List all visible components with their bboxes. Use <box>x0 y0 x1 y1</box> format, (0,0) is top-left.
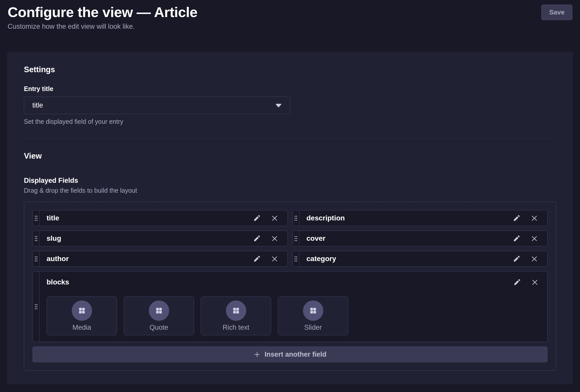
edit-field-button[interactable] <box>253 214 261 222</box>
remove-field-button[interactable] <box>531 235 538 242</box>
pencil-icon <box>513 255 520 263</box>
remove-field-button[interactable] <box>271 215 278 222</box>
remove-field-button[interactable] <box>531 255 538 263</box>
dynamic-zone-label: blocks <box>47 278 69 286</box>
component-circle <box>72 300 92 321</box>
entry-title-hint: Set the displayed field of your entry <box>24 118 556 125</box>
close-icon <box>271 215 278 222</box>
field-row-cover: cover <box>293 231 548 246</box>
drag-handle[interactable] <box>293 251 299 266</box>
component-card-quote[interactable]: Quote <box>124 296 194 335</box>
fields-dropzone: title description slug <box>24 202 556 371</box>
component-card-rich-text[interactable]: Rich text <box>201 296 271 335</box>
displayed-fields-hint: Drag & drop the fields to build the layo… <box>24 187 556 194</box>
drag-handle[interactable] <box>293 231 299 246</box>
close-icon <box>531 215 538 222</box>
remove-field-button[interactable] <box>531 279 539 286</box>
drag-handle[interactable] <box>33 231 39 246</box>
config-panel: Settings Entry title title Set the displ… <box>7 52 573 384</box>
page-subtitle: Customize how the edit view will look li… <box>8 23 572 31</box>
entry-title-select[interactable]: title <box>24 97 290 114</box>
insert-another-field-button[interactable]: Insert another field <box>33 346 547 362</box>
grid-icon <box>78 307 86 314</box>
drag-handle[interactable] <box>33 251 39 266</box>
drag-handle[interactable] <box>33 272 39 342</box>
grid-icon <box>309 307 317 314</box>
pencil-icon <box>253 235 261 243</box>
field-row-slug: slug <box>33 231 288 246</box>
pencil-icon <box>513 214 520 222</box>
pencil-icon <box>253 255 261 263</box>
pencil-icon <box>513 235 520 243</box>
field-row-label: description <box>299 214 513 222</box>
drag-handle[interactable] <box>293 210 299 226</box>
edit-field-button[interactable] <box>253 235 261 243</box>
view-heading: View <box>24 152 556 161</box>
remove-field-button[interactable] <box>531 215 538 222</box>
close-icon <box>531 279 539 286</box>
section-divider <box>24 138 556 138</box>
page-title: Configure the view — Article <box>8 4 572 21</box>
grid-icon <box>232 307 240 314</box>
remove-field-button[interactable] <box>271 235 278 242</box>
edit-field-button[interactable] <box>253 255 261 263</box>
component-card-label: Quote <box>150 324 168 331</box>
edit-field-button[interactable] <box>513 214 520 222</box>
field-row-label: title <box>39 214 253 222</box>
plus-icon <box>254 351 260 358</box>
close-icon <box>271 255 278 263</box>
entry-title-select-value: title <box>32 101 43 109</box>
field-row-label: category <box>299 255 513 263</box>
component-circle <box>226 300 246 321</box>
field-row-description: description <box>293 210 548 226</box>
field-row-blocks: blocks Media <box>33 271 547 342</box>
field-row-label: author <box>39 255 253 263</box>
field-row-title: title <box>33 210 288 226</box>
entry-title-label: Entry title <box>24 85 556 93</box>
edit-field-button[interactable] <box>513 255 520 263</box>
close-icon <box>271 235 278 242</box>
pencil-icon <box>513 278 521 286</box>
pencil-icon <box>253 214 261 222</box>
caret-down-icon <box>275 103 282 108</box>
page-header: Configure the view — Article Customize h… <box>0 0 580 31</box>
close-icon <box>531 235 538 242</box>
close-icon <box>531 255 538 263</box>
edit-field-button[interactable] <box>513 278 521 286</box>
component-card-label: Slider <box>304 324 322 331</box>
component-cards: Media Quote Rich text <box>47 296 539 335</box>
field-row-category: category <box>293 251 548 267</box>
field-row-author: author <box>33 251 288 267</box>
settings-heading: Settings <box>24 65 556 74</box>
component-circle <box>303 300 323 321</box>
component-circle <box>149 300 169 321</box>
grid-icon <box>155 307 163 314</box>
component-card-label: Rich text <box>223 324 249 331</box>
save-button[interactable]: Save <box>541 5 572 20</box>
field-row-label: cover <box>299 234 513 243</box>
displayed-fields-title: Displayed Fields <box>24 176 556 185</box>
remove-field-button[interactable] <box>271 255 278 263</box>
component-card-label: Media <box>72 324 91 331</box>
insert-another-field-label: Insert another field <box>265 351 326 358</box>
component-card-media[interactable]: Media <box>47 296 117 335</box>
edit-field-button[interactable] <box>513 235 520 243</box>
component-card-slider[interactable]: Slider <box>278 296 348 335</box>
field-row-label: slug <box>39 234 253 243</box>
drag-handle[interactable] <box>33 210 39 226</box>
